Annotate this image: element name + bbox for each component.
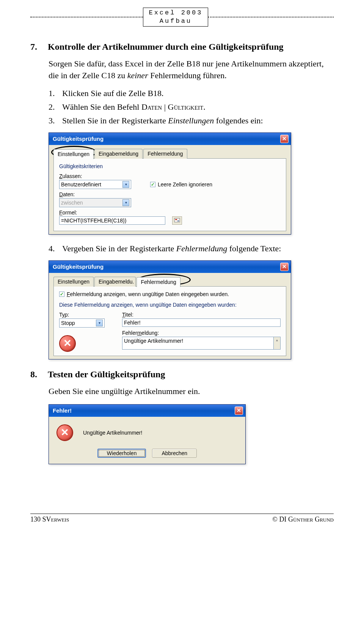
stop-icon: ✕ bbox=[56, 424, 73, 441]
close-icon[interactable]: ✕ bbox=[280, 135, 289, 143]
dropdown-typ[interactable]: Stopp ▾ bbox=[59, 318, 105, 328]
stop-icon: ✕ bbox=[59, 335, 76, 352]
label-fehlermeldung: Fehlermeldung: bbox=[122, 330, 281, 336]
messagebox-error: Fehler! ✕ ✕ Ungültige Artikelnummer! Wie… bbox=[49, 404, 246, 464]
section-8-heading: 8. Testen der Gültigkeitsprüfung bbox=[30, 369, 334, 380]
dialog-validation-settings: Gültigkeitsprüfung ✕ Einstellungen Einga… bbox=[49, 132, 291, 235]
header-rule-left bbox=[30, 17, 143, 17]
step-1: 1. Klicken Sie auf die Zelle B18. bbox=[49, 88, 334, 98]
dialog1-title: Gültigkeitsprüfung bbox=[53, 136, 280, 142]
dialog2-title: Gültigkeitsprüfung bbox=[53, 263, 280, 270]
chevron-down-icon: ▾ bbox=[122, 181, 129, 188]
check-icon: ✓ bbox=[59, 292, 64, 297]
label-daten: Daten: bbox=[59, 191, 75, 197]
label-zulassen: Zulassen: bbox=[59, 173, 82, 179]
field-titel[interactable]: Fehler! bbox=[122, 318, 281, 327]
msgbox-titlebar[interactable]: Fehler! ✕ bbox=[49, 405, 245, 417]
section-7-title: Kontrolle der Artikelnummer durch eine G… bbox=[48, 42, 284, 52]
chevron-down-icon: ▾ bbox=[96, 320, 103, 326]
checkbox-leere-zellen[interactable]: ✓ Leere Zellen ignorieren bbox=[150, 181, 212, 188]
dialog1-tabs: Einstellungen Eingabemeldung Fehlermeldu… bbox=[53, 149, 286, 159]
msgbox-text: Ungültige Artikelnummer! bbox=[83, 430, 142, 436]
section-7-steps: 1. Klicken Sie auf die Zelle B18. 2. Wäh… bbox=[49, 88, 334, 126]
field-formel[interactable]: =NICHT(ISTFEHLER(C18)) bbox=[59, 216, 165, 225]
group-guetligkeitskriterien: Gültigkeitskriterien bbox=[59, 163, 281, 169]
step-2: 2. Wählen Sie den Befehl Daten | Gültigk… bbox=[49, 102, 334, 112]
section-8-title: Testen der Gültigkeitsprüfung bbox=[48, 369, 165, 380]
svg-rect-1 bbox=[175, 219, 177, 220]
close-icon[interactable]: ✕ bbox=[235, 407, 243, 415]
footer-right: © DI Günther Grund bbox=[272, 515, 334, 523]
dialog-validation-errormsg: Gültigkeitsprüfung ✕ Einstellungen Einga… bbox=[49, 260, 291, 359]
dialog1-tabpage: Gültigkeitskriterien Zulassen: Benutzerd… bbox=[53, 158, 286, 231]
page-header: Excel 2003 Aufbau bbox=[30, 8, 334, 27]
checkbox-leere-label: Leere Zellen ignorieren bbox=[158, 181, 212, 188]
header-line2: Aufbau bbox=[149, 17, 202, 25]
step-4: 4. Vergeben Sie in der Registerkarte Feh… bbox=[49, 244, 334, 254]
label-typ: Typ: bbox=[59, 312, 112, 318]
field-fehlermeldung[interactable]: Ungültige Artikelnummer! bbox=[122, 337, 274, 350]
checkbox-show-error[interactable]: ✓ Fehlermeldung anzeigen, wenn ungültige… bbox=[59, 291, 281, 297]
range-picker-icon[interactable] bbox=[172, 216, 182, 225]
dialog2-tabpage: ✓ Fehlermeldung anzeigen, wenn ungültige… bbox=[53, 286, 286, 356]
tab-eingabemeldung[interactable]: Eingabemeldu. bbox=[94, 277, 136, 287]
section-8-text: Geben Sie eine ungültige Artikelnummer e… bbox=[49, 386, 334, 397]
section-7-number: 7. bbox=[30, 42, 41, 52]
hint-text: Diese Fehlermeldung anzeigen, wenn ungül… bbox=[59, 302, 281, 308]
msgbox-title: Fehler! bbox=[53, 407, 235, 414]
close-icon[interactable]: ✕ bbox=[280, 263, 289, 271]
cancel-button[interactable]: Abbrechen bbox=[152, 449, 197, 458]
header-title-box: Excel 2003 Aufbau bbox=[143, 8, 208, 27]
section-7-intro: Sorgen Sie dafür, dass Excel in der Zell… bbox=[49, 58, 334, 82]
retry-button[interactable]: Wiederholen bbox=[97, 449, 146, 458]
footer-left: 130 SVerweis bbox=[30, 515, 69, 523]
section-7-heading: 7. Kontrolle der Artikelnummer durch ein… bbox=[30, 42, 334, 52]
section-8-number: 8. bbox=[30, 369, 41, 380]
label-titel: Titel: bbox=[122, 312, 281, 318]
label-formel: Formel: bbox=[59, 210, 77, 216]
dialog2-tabs: Einstellungen Eingabemeldu. Fehlermeldun… bbox=[53, 277, 286, 287]
checkbox-show-error-label: Fehlermeldung anzeigen, wenn ungültige D… bbox=[67, 291, 229, 297]
chevron-down-icon: ▾ bbox=[122, 199, 129, 206]
scrollbar-up-icon[interactable]: ▴ bbox=[274, 337, 281, 350]
tab-fehlermeldung[interactable]: Fehlermeldung bbox=[136, 277, 180, 287]
page-footer: 130 SVerweis © DI Günther Grund bbox=[30, 514, 334, 523]
header-line1: Excel 2003 bbox=[149, 9, 202, 17]
svg-rect-2 bbox=[177, 221, 179, 221]
step-3: 3. Stellen Sie in der Registerkarte Eins… bbox=[49, 116, 334, 126]
section-7-step4: 4. Vergeben Sie in der Registerkarte Feh… bbox=[49, 244, 334, 254]
tab-fehlermeldung[interactable]: Fehlermeldung bbox=[143, 149, 187, 159]
tab-einstellungen[interactable]: Einstellungen bbox=[53, 149, 94, 159]
header-rule-right bbox=[208, 17, 334, 17]
tab-einstellungen[interactable]: Einstellungen bbox=[53, 277, 94, 287]
tab-eingabemeldung[interactable]: Eingabemeldung bbox=[94, 149, 143, 159]
dialog2-titlebar[interactable]: Gültigkeitsprüfung ✕ bbox=[49, 261, 291, 273]
check-icon: ✓ bbox=[150, 182, 155, 187]
dropdown-zulassen[interactable]: Benutzerdefiniert ▾ bbox=[59, 180, 131, 189]
dialog1-titlebar[interactable]: Gültigkeitsprüfung ✕ bbox=[49, 133, 291, 145]
dropdown-daten: zwischen ▾ bbox=[59, 198, 131, 207]
